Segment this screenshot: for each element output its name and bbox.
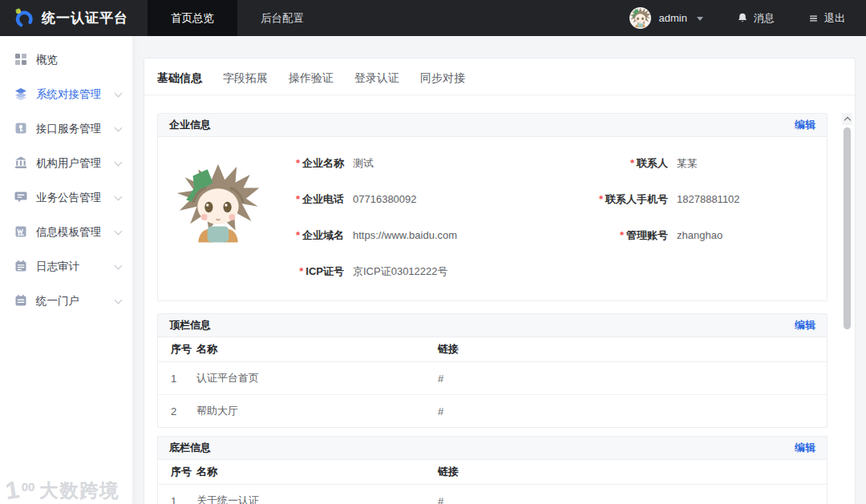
field-admin-account: *管理账号 zhanghao xyxy=(562,217,827,253)
announcement-icon xyxy=(14,191,28,204)
chevron-down-icon[interactable] xyxy=(115,192,123,200)
tab-sync-integration[interactable]: 同步对接 xyxy=(420,71,465,87)
sidebar-item-templates[interactable]: 信息模板管理 xyxy=(0,215,132,249)
chevron-down-icon[interactable] xyxy=(115,227,123,235)
cell-no: 1 xyxy=(158,495,196,504)
sidebar-item-overview[interactable]: 概览 xyxy=(0,42,132,77)
scroll-up-button[interactable] xyxy=(842,113,852,125)
layers-icon xyxy=(14,87,28,101)
user-name[interactable]: admin xyxy=(659,12,687,24)
col-name: 名称 xyxy=(196,342,438,357)
col-no: 序号 xyxy=(158,465,196,479)
col-link: 链接 xyxy=(438,342,827,357)
enterprise-info-header: 企业信息 编辑 xyxy=(158,114,827,137)
sidebar-item-announcements[interactable]: 业务公告管理 xyxy=(0,180,132,215)
scrollbar-thumb[interactable] xyxy=(844,127,851,329)
chevron-down-icon[interactable] xyxy=(115,123,123,131)
required-asterisk: * xyxy=(296,229,300,241)
api-service-icon xyxy=(14,122,28,135)
field-label: 联系人手机号 xyxy=(605,193,668,205)
cell-name: 认证平台首页 xyxy=(196,371,438,385)
field-label: 联系人 xyxy=(637,157,668,169)
field-value: https://www.baidu.com xyxy=(353,229,457,241)
sidebar-item-org-users[interactable]: 机构用户管理 xyxy=(0,146,132,180)
col-link: 链接 xyxy=(438,465,827,479)
enterprise-logo-image xyxy=(158,145,278,289)
sidebar-item-api-service[interactable]: 接口服务管理 xyxy=(0,111,132,146)
user-menu-caret-icon[interactable] xyxy=(697,17,703,21)
logout-label: 退出 xyxy=(824,11,845,26)
platform-logo-icon xyxy=(13,7,34,29)
field-label: ICP证号 xyxy=(306,265,344,277)
required-asterisk: * xyxy=(296,193,300,205)
brand: 统一认证平台 xyxy=(0,7,148,29)
field-value: 07716380092 xyxy=(353,193,417,205)
template-icon xyxy=(14,225,28,239)
field-label: 企业域名 xyxy=(302,229,344,241)
chevron-down-icon[interactable] xyxy=(115,261,123,269)
sidebar-item-label: 系统对接管理 xyxy=(36,87,115,102)
logout-button[interactable]: 退出 xyxy=(808,11,845,26)
log-audit-icon xyxy=(14,260,28,273)
sidebar-item-label: 接口服务管理 xyxy=(36,122,115,136)
required-asterisk: * xyxy=(599,193,603,205)
nav-backend-config[interactable]: 后台配置 xyxy=(237,0,327,36)
config-tabs: 基础信息 字段拓展 操作验证 登录认证 同步对接 xyxy=(144,58,855,95)
sidebar-item-system-integration[interactable]: 系统对接管理 xyxy=(0,77,132,111)
field-company-phone: *企业电话 07716380092 xyxy=(278,181,562,217)
logout-menu-icon xyxy=(808,14,819,23)
field-value: zhanghao xyxy=(677,229,722,241)
enterprise-info-section: 企业信息 编辑 *企业名称 测试 *企 xyxy=(157,113,828,301)
sidebar-item-portal[interactable]: 统一门户 xyxy=(0,284,132,318)
app-title: 统一认证平台 xyxy=(42,9,128,27)
bank-icon xyxy=(14,156,28,170)
main-content: 基础信息 字段拓展 操作验证 登录认证 同步对接 企业信息 编辑 xyxy=(132,36,866,504)
field-company-domain: *企业域名 https://www.baidu.com xyxy=(278,217,562,253)
edit-bottom-bar-button[interactable]: 编辑 xyxy=(795,441,815,455)
tab-basic-info[interactable]: 基础信息 xyxy=(157,71,202,87)
cell-link: # xyxy=(438,495,827,504)
sidebar-item-log-audit[interactable]: 日志审计 xyxy=(0,249,132,284)
vertical-scrollbar[interactable] xyxy=(842,113,852,502)
enterprise-fields-left: *企业名称 测试 *企业电话 07716380092 *企业域名 https:/… xyxy=(278,145,562,289)
sidebar-item-label: 信息模板管理 xyxy=(36,225,115,240)
field-value: 测试 xyxy=(353,156,374,171)
table-header-row: 序号 名称 链接 xyxy=(158,460,827,485)
cell-no: 1 xyxy=(158,373,196,385)
chevron-down-icon[interactable] xyxy=(115,296,123,304)
bottom-bar-info-section: 底栏信息 编辑 序号 名称 链接 1 关于统一认证 # xyxy=(157,436,828,504)
watermark-logo-glyph: 1 xyxy=(4,479,22,502)
tab-content-scroll-area: 企业信息 编辑 *企业名称 测试 *企 xyxy=(144,95,840,504)
edit-top-bar-button[interactable]: 编辑 xyxy=(795,318,815,333)
field-label: 企业电话 xyxy=(302,193,344,205)
table-row: 1 关于统一认证 # xyxy=(158,485,827,504)
field-value: 18278881102 xyxy=(677,193,740,205)
enterprise-info-body: *企业名称 测试 *企业电话 07716380092 *企业域名 https:/… xyxy=(158,137,827,300)
messages-button[interactable]: 消息 xyxy=(737,11,775,26)
section-title: 底栏信息 xyxy=(169,441,211,455)
field-label: 管理账号 xyxy=(626,229,668,241)
tab-operation-verify[interactable]: 操作验证 xyxy=(289,71,334,87)
sidebar-item-label: 概览 xyxy=(36,53,121,67)
table-row: 2 帮助大厅 # xyxy=(158,394,827,427)
sidebar-menu: 概览 系统对接管理 接口服务管理 xyxy=(0,36,133,504)
tab-login-auth[interactable]: 登录认证 xyxy=(354,71,399,87)
tab-field-extension[interactable]: 字段拓展 xyxy=(223,71,268,87)
chevron-down-icon[interactable] xyxy=(115,158,123,166)
field-company-name: *企业名称 测试 xyxy=(278,145,562,181)
messages-label: 消息 xyxy=(754,11,775,26)
top-nav: 首页总览 后台配置 xyxy=(148,0,327,36)
user-avatar[interactable] xyxy=(629,7,651,29)
section-title: 顶栏信息 xyxy=(169,318,211,333)
edit-enterprise-button[interactable]: 编辑 xyxy=(795,118,815,132)
cell-name: 帮助大厅 xyxy=(196,404,438,418)
section-title: 企业信息 xyxy=(169,118,211,132)
field-icp-number: *ICP证号 京ICP证03012222号 xyxy=(278,253,562,289)
enterprise-fields-right: *联系人 某某 *联系人手机号 18278881102 *管理账号 zhangh… xyxy=(562,145,827,289)
top-header: 统一认证平台 首页总览 后台配置 admin 消息 xyxy=(0,0,866,36)
chevron-down-icon[interactable] xyxy=(115,89,123,97)
cell-name: 关于统一认证 xyxy=(196,494,438,504)
table-header-row: 序号 名称 链接 xyxy=(158,337,827,362)
nav-home-overview[interactable]: 首页总览 xyxy=(148,0,237,36)
field-contact-person: *联系人 某某 xyxy=(562,145,827,181)
